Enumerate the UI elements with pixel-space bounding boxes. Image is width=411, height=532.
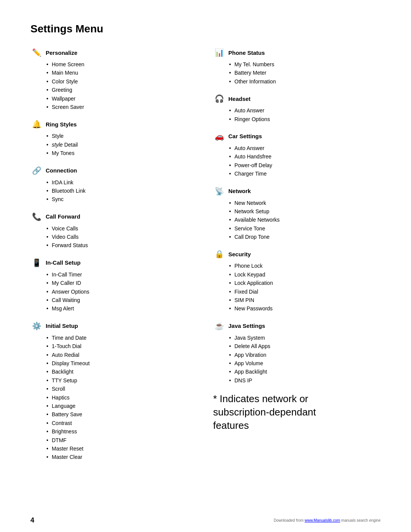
list-item: Screen Saver (46, 103, 198, 111)
list-item: In-Call Timer (46, 270, 198, 279)
list-item: TTY Setup (46, 376, 198, 385)
list-item: Time and Date (46, 334, 198, 342)
section-items-java-settings: Java SystemDelete All AppsApp VibrationA… (228, 334, 381, 385)
list-item: App Vibration (228, 351, 381, 359)
list-item: Backlight (46, 367, 198, 376)
section-header-car-settings: 🚗Car Settings (213, 130, 381, 142)
list-item: My Tel. Numbers (228, 60, 381, 69)
list-item: style Detail (46, 141, 198, 149)
note-section: * Indicates network or subscription-depe… (213, 392, 381, 432)
list-item: Answer Options (46, 288, 198, 296)
section-items-security: Phone LockLock KeypadLock ApplicationFix… (228, 262, 381, 313)
section-title-initial-setup: Initial Setup (46, 323, 78, 329)
page-content: Settings Menu ✏️PersonalizeHome ScreenMa… (0, 0, 411, 499)
right-column: 📊Phone StatusMy Tel. NumbersBattery Mete… (213, 46, 381, 432)
section-phone-status: 📊Phone StatusMy Tel. NumbersBattery Mete… (213, 46, 381, 86)
menu-columns: ✏️PersonalizeHome ScreenMain MenuColor S… (30, 46, 381, 468)
personalize-icon: ✏️ (30, 46, 43, 59)
list-item: Video Calls (46, 233, 198, 241)
section-items-initial-setup: Time and Date1-Touch DialAuto RedialDisp… (46, 334, 198, 462)
list-item: Network Setup (228, 207, 381, 216)
list-item: Fixed Dial (228, 288, 381, 296)
list-item: Power-off Delay (228, 161, 381, 169)
section-header-network: 📡Network (213, 185, 381, 197)
list-item: DTMF (46, 436, 198, 444)
list-item: New Network (228, 199, 381, 207)
list-item: IrDA Link (46, 178, 198, 187)
list-item: Auto Answer (228, 106, 381, 115)
section-items-in-call-setup: In-Call TimerMy Caller IDAnswer OptionsC… (46, 270, 198, 313)
java-settings-icon: ☕ (213, 320, 225, 332)
list-item: Service Tone (228, 224, 381, 233)
section-network: 📡NetworkNew NetworkNetwork SetupAvailabl… (213, 185, 381, 241)
section-title-security: Security (228, 251, 251, 257)
page-number: 4 (30, 516, 34, 524)
footer-link[interactable]: www.Manualslib.com (304, 518, 340, 522)
section-header-call-forward: 📞Call Forward (30, 211, 198, 223)
list-item: Msg Alert (46, 304, 198, 313)
list-item: SIM PIN (228, 296, 381, 304)
list-item: DNS IP (228, 376, 381, 385)
section-in-call-setup: 📱In-Call SetupIn-Call TimerMy Caller IDA… (30, 257, 198, 313)
call-forward-icon: 📞 (30, 211, 43, 223)
footer-text: Downloaded from www.Manualslib.com manua… (274, 518, 381, 522)
list-item: App Volume (228, 359, 381, 367)
section-title-car-settings: Car Settings (228, 133, 262, 139)
list-item: Haptics (46, 393, 198, 402)
section-title-personalize: Personalize (46, 50, 77, 56)
section-items-personalize: Home ScreenMain MenuColor StyleGreetingW… (46, 60, 198, 111)
network-icon: 📡 (213, 185, 225, 197)
section-ring-styles: 🔔Ring StylesStylestyle DetailMy Tones (30, 118, 198, 157)
list-item: Delete All Apps (228, 342, 381, 350)
list-item: Contrast (46, 419, 198, 427)
section-items-call-forward: Voice CallsVideo CallsForward Status (46, 224, 198, 250)
list-item: Auto Handsfree (228, 152, 381, 161)
section-header-connection: 🔗Connection (30, 165, 198, 177)
list-item: Forward Status (46, 241, 198, 249)
section-header-java-settings: ☕Java Settings (213, 320, 381, 332)
list-item: Auto Answer (228, 144, 381, 152)
section-call-forward: 📞Call ForwardVoice CallsVideo CallsForwa… (30, 211, 198, 250)
page-footer: 4 Downloaded from www.Manualslib.com man… (0, 516, 411, 524)
list-item: Display Timeout (46, 359, 198, 367)
list-item: Bluetooth Link (46, 187, 198, 195)
list-item: Brightness (46, 427, 198, 436)
list-item: Call Drop Tone (228, 233, 381, 241)
section-items-car-settings: Auto AnswerAuto HandsfreePower-off Delay… (228, 144, 381, 178)
car-settings-icon: 🚗 (213, 130, 225, 142)
section-title-ring-styles: Ring Styles (46, 121, 77, 128)
section-title-java-settings: Java Settings (228, 323, 265, 329)
list-item: Available Networks (228, 216, 381, 224)
list-item: 1-Touch Dial (46, 342, 198, 350)
list-item: Other Information (228, 77, 381, 86)
list-item: My Tones (46, 149, 198, 157)
section-title-call-forward: Call Forward (46, 213, 80, 220)
list-item: Java System (228, 334, 381, 342)
section-items-connection: IrDA LinkBluetooth LinkSync (46, 178, 198, 204)
section-title-connection: Connection (46, 167, 77, 174)
list-item: Master Reset (46, 444, 198, 453)
section-title-in-call-setup: In-Call Setup (46, 259, 81, 266)
section-items-network: New NetworkNetwork SetupAvailable Networ… (228, 199, 381, 241)
connection-icon: 🔗 (30, 165, 43, 177)
list-item: Sync (46, 195, 198, 203)
list-item: Charger Time (228, 169, 381, 178)
list-item: Ringer Options (228, 115, 381, 123)
list-item: My Caller ID (46, 279, 198, 287)
list-item: Lock Application (228, 279, 381, 287)
section-header-security: 🔒Security (213, 248, 381, 260)
list-item: Color Style (46, 77, 198, 86)
section-items-ring-styles: Stylestyle DetailMy Tones (46, 132, 198, 157)
list-item: New Passwords (228, 304, 381, 313)
list-item: Style (46, 132, 198, 140)
section-connection: 🔗ConnectionIrDA LinkBluetooth LinkSync (30, 165, 198, 204)
section-car-settings: 🚗Car SettingsAuto AnswerAuto HandsfreePo… (213, 130, 381, 178)
section-personalize: ✏️PersonalizeHome ScreenMain MenuColor S… (30, 46, 198, 111)
list-item: Phone Lock (228, 262, 381, 270)
list-item: Voice Calls (46, 224, 198, 233)
phone-status-icon: 📊 (213, 46, 225, 59)
initial-setup-icon: ⚙️ (30, 320, 43, 332)
list-item: Battery Save (46, 410, 198, 419)
list-item: Scroll (46, 385, 198, 393)
list-item: Battery Meter (228, 69, 381, 77)
